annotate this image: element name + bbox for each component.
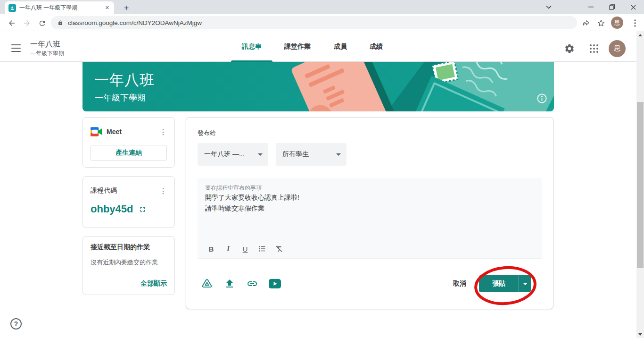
format-toolbar: B I U <box>205 243 285 255</box>
audience-select[interactable]: 所有學生 <box>276 143 347 166</box>
url-text: classroom.google.com/c/NDY2ODAwNjAzMjgw <box>68 19 202 26</box>
close-button[interactable] <box>623 0 643 14</box>
bookmark-star-icon[interactable] <box>595 17 607 29</box>
maximize-button[interactable] <box>602 0 622 14</box>
banner-illustration <box>290 62 554 111</box>
scroll-down-icon[interactable] <box>636 330 644 338</box>
course-code-value: ohby45d <box>91 203 133 215</box>
share-icon[interactable] <box>580 17 592 29</box>
upload-file-icon[interactable] <box>220 274 239 293</box>
classroom-favicon-icon <box>8 4 16 12</box>
composer-actions: 取消 張貼 <box>198 272 542 295</box>
meet-card-title: Meet <box>107 128 156 135</box>
main-menu-hamburger-icon[interactable] <box>11 44 21 52</box>
italic-button[interactable]: I <box>222 243 234 255</box>
cancel-button[interactable]: 取消 <box>453 279 466 288</box>
tab-search-chevron-icon[interactable] <box>539 0 559 14</box>
tab-grades[interactable]: 成績 <box>366 31 387 62</box>
new-tab-button[interactable]: + <box>121 2 132 14</box>
scroll-up-icon[interactable] <box>636 31 644 39</box>
tab-title: 一年八班 一年級下學期 <box>19 4 101 12</box>
back-button[interactable] <box>6 17 18 29</box>
link-attach-icon[interactable] <box>243 274 262 293</box>
course-code-card: 課程代碼 ⋮ ohby45d <box>83 176 175 228</box>
page-scrollbar[interactable] <box>636 31 644 338</box>
announcement-editor[interactable]: 要在課程中宣布的事項 開學了大家要收收心認真上課啦! 請準時繳交寒假作業 B I… <box>198 178 542 259</box>
post-button-group: 張貼 <box>479 275 531 292</box>
tab-stream[interactable]: 訊息串 <box>231 31 272 62</box>
generate-meet-link-button[interactable]: 產生連結 <box>91 145 167 161</box>
publish-to-label: 發布給 <box>198 129 542 137</box>
upcoming-empty-text: 沒有近期內要繳交的作業 <box>83 252 174 267</box>
google-apps-grid-icon[interactable] <box>585 39 603 58</box>
meet-menu-kebab-icon[interactable]: ⋮ <box>156 124 171 139</box>
chevron-down-icon <box>523 283 528 285</box>
post-options-dropdown[interactable] <box>519 275 531 292</box>
tab-people[interactable]: 成員 <box>330 31 351 62</box>
class-banner: 一年八班 一年級下學期 <box>83 62 554 111</box>
browser-menu-kebab-icon[interactable] <box>629 17 641 29</box>
chevron-down-icon <box>336 153 341 156</box>
editor-line: 開學了大家要收收心認真上課啦! <box>205 192 534 203</box>
course-code-title: 課程代碼 <box>91 186 156 195</box>
user-avatar[interactable]: 思 <box>609 40 626 57</box>
upcoming-title: 接近截至日期的作業 <box>91 243 167 252</box>
google-meet-icon <box>91 127 102 136</box>
banner-class-name: 一年八班 <box>94 70 155 90</box>
clear-formatting-icon[interactable] <box>273 243 285 255</box>
editor-line: 請準時繳交寒假作業 <box>205 203 534 214</box>
screen: 一年八班 一年級下學期 ✕ + classroom.google.com/c/N… <box>0 0 644 338</box>
tab-classwork[interactable]: 課堂作業 <box>281 31 314 62</box>
chevron-down-icon <box>258 153 263 156</box>
youtube-attach-icon[interactable] <box>265 274 284 293</box>
tab-close-icon[interactable]: ✕ <box>104 4 110 12</box>
announcement-composer: 發布給 一年八班 —... 所有學生 要在課程中宣布的事項 開學了大家要收收心認… <box>186 117 553 309</box>
post-button[interactable]: 張貼 <box>479 275 519 292</box>
lock-icon <box>58 19 63 26</box>
upcoming-work-card: 接近截至日期的作業 沒有近期內要繳交的作業 全部顯示 <box>83 236 175 295</box>
bullet-list-icon[interactable] <box>256 243 268 255</box>
minimize-button[interactable] <box>581 0 601 14</box>
forward-button[interactable] <box>21 17 33 29</box>
url-bar[interactable]: classroom.google.com/c/NDY2ODAwNjAzMjgw <box>51 16 577 29</box>
help-button[interactable]: ? <box>10 318 22 330</box>
underline-button[interactable]: U <box>239 243 251 255</box>
editor-placeholder-label: 要在課程中宣布的事項 <box>205 184 534 192</box>
reload-button[interactable] <box>36 17 48 29</box>
header-class-name[interactable]: 一年八班 <box>30 40 60 50</box>
settings-gear-icon[interactable] <box>560 39 579 58</box>
meet-card: Meet ⋮ 產生連結 <box>83 117 175 168</box>
banner-class-term: 一年級下學期 <box>95 92 146 103</box>
browser-titlebar: 一年八班 一年級下學期 ✕ + <box>0 0 644 14</box>
audience-select-value: 所有學生 <box>282 150 336 159</box>
classroom-header <box>0 31 644 62</box>
active-tab-underline <box>231 60 272 62</box>
course-code-kebab-icon[interactable]: ⋮ <box>156 183 171 198</box>
browser-avatar[interactable]: 思 <box>611 17 623 29</box>
view-all-link[interactable]: 全部顯示 <box>140 279 167 288</box>
banner-info-icon[interactable] <box>537 93 547 106</box>
bold-button[interactable]: B <box>205 243 217 255</box>
class-select-value: 一年八班 —... <box>204 150 258 159</box>
fullscreen-icon[interactable] <box>139 205 147 213</box>
browser-tab[interactable]: 一年八班 一年級下學期 ✕ <box>5 1 114 14</box>
scrollbar-thumb[interactable] <box>637 102 644 268</box>
drive-attach-icon[interactable] <box>198 274 216 293</box>
header-class-term: 一年級下學期 <box>30 50 64 58</box>
class-select[interactable]: 一年八班 —... <box>198 143 268 166</box>
